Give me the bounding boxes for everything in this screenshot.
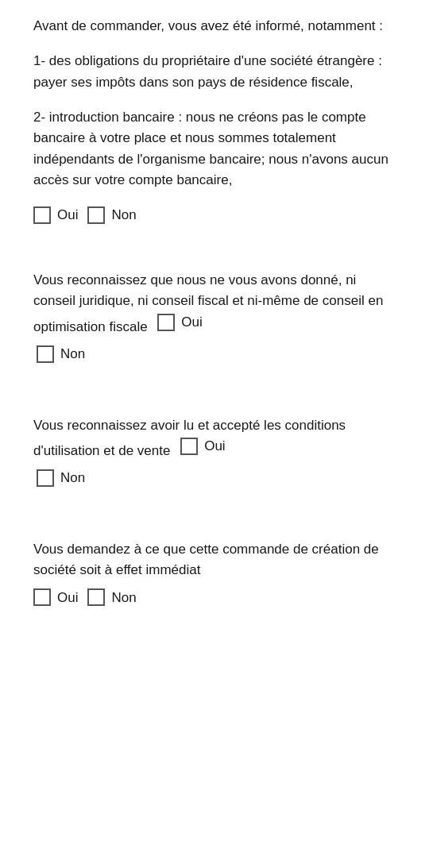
q2-block: Vous reconnaissez que nous ne vous avons… <box>33 270 396 365</box>
q3-non-checkbox[interactable] <box>37 469 54 487</box>
q2-oui-checkbox[interactable] <box>157 314 175 331</box>
q3-non-wrap[interactable]: Non <box>37 468 396 488</box>
q1-oui-checkbox[interactable] <box>33 206 51 224</box>
q4-oui-label: Oui <box>57 588 78 608</box>
q4-oui-checkbox[interactable] <box>33 588 51 606</box>
item1-text: 1- des obligations du propriétaire d'une… <box>33 51 396 93</box>
q4-non-checkbox[interactable] <box>87 588 105 606</box>
q1-oui-label: Oui <box>57 205 78 226</box>
q3-oui-label: Oui <box>204 436 225 457</box>
q2-text-span: Vous reconnaissez que nous ne vous avons… <box>33 272 383 334</box>
item2-text: 2- introduction bancaire : nous ne créon… <box>33 107 396 191</box>
q1-oui-wrap[interactable]: Oui <box>33 205 78 226</box>
q1-non-checkbox[interactable] <box>87 206 105 224</box>
q2-text: Vous reconnaissez que nous ne vous avons… <box>33 270 396 338</box>
q4-oui-wrap[interactable]: Oui <box>33 588 78 608</box>
q1-non-wrap[interactable]: Non <box>87 205 136 226</box>
q1-options: Oui Non <box>33 205 396 226</box>
intro-text: Avant de commander, vous avez été inform… <box>33 16 396 37</box>
q3-oui-checkbox[interactable] <box>180 438 198 455</box>
q4-non-label: Non <box>111 588 136 608</box>
q4-options: Oui Non <box>33 588 396 608</box>
q4-block: Vous demandez à ce que cette commande de… <box>33 539 396 608</box>
intro-section: Avant de commander, vous avez été inform… <box>33 16 396 226</box>
q4-text: Vous demandez à ce que cette commande de… <box>33 539 396 581</box>
q3-non-label: Non <box>60 468 85 488</box>
q2-non-wrap[interactable]: Non <box>37 344 396 365</box>
q3-block: Vous reconnaissez avoir lu et accepté le… <box>33 415 396 488</box>
q4-non-wrap[interactable]: Non <box>87 588 136 608</box>
q2-non-label: Non <box>60 344 85 365</box>
q2-non-checkbox[interactable] <box>37 345 54 363</box>
q1-non-label: Non <box>111 205 136 226</box>
q2-oui-label: Oui <box>181 312 202 333</box>
q3-text: Vous reconnaissez avoir lu et accepté le… <box>33 415 396 462</box>
